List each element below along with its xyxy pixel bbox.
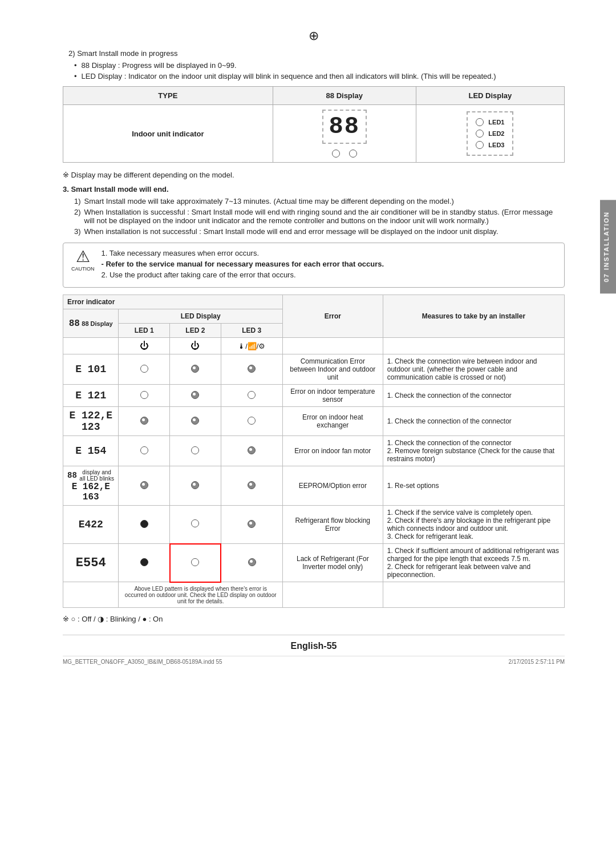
page-number: English-55 [63, 635, 565, 651]
error-code-cell: E422 [63, 506, 119, 544]
measures-cell: 1. Check if the service valve is complet… [383, 506, 564, 544]
led1-cell [119, 506, 170, 544]
led3-cell [221, 436, 282, 466]
88display-col-header: 88 Display [273, 87, 416, 105]
error-code-cell: E 121 [63, 385, 119, 407]
bullet1: 88 Display : Progress will be displayed … [74, 61, 565, 70]
led2-cell [170, 354, 221, 385]
led1-cell [119, 385, 170, 407]
step2-label: 2) Smart Install mode in progress [68, 49, 565, 58]
step3-sub2: 2) When Installation is successful : Sma… [74, 208, 565, 225]
measures-cell: 1. Check the connection of the connector [383, 407, 564, 436]
error-code-cell: E 122,E 123 [63, 407, 119, 436]
caution-label: CAUTION [71, 266, 95, 272]
step3-sub3: 3) When installation is not successful :… [74, 227, 565, 236]
step3-label: 3. Smart Install mode will end. [63, 185, 169, 193]
led3-cell [221, 544, 282, 582]
led1-col-header: LED 1 [119, 324, 170, 338]
led3-col-header: LED 3 [221, 324, 282, 338]
side-tab-installation: 07 INSTALLATION [600, 200, 616, 293]
error-desc-cell: Error on indoor fan motor [282, 436, 383, 466]
error-desc-cell: Refrigerant flow blocking Error [282, 506, 383, 544]
measures-cell: 1. Check the connection wire between ind… [383, 354, 564, 385]
indoor-unit-label: Indoor unit indicator [63, 105, 273, 163]
table-row: 88display and all LED blinksE 162,E 163E… [63, 466, 565, 506]
led3-icon: 🌡/📶/⚙ [221, 338, 282, 354]
step3-sub1: 1) Smart Install mode will take approxim… [74, 197, 565, 205]
table-row: E554Lack of Refrigerant (For Inverter mo… [63, 544, 565, 582]
table-row: E 121Error on indoor temperature sensor1… [63, 385, 565, 407]
measures-cell: 1. Re-set options [383, 466, 564, 506]
led2-col-header: LED 2 [170, 324, 221, 338]
caution-icon: ⚠ [76, 249, 90, 265]
table-row: E 101Communication Error between Indoor … [63, 354, 565, 385]
error-desc-cell: EEPROM/Option error [282, 466, 383, 506]
bullet2: LED Display : Indicator on the indoor un… [74, 72, 565, 80]
measures-cell: 1. Check the connection of the connector [383, 385, 564, 407]
led1-icon: ⏻ [119, 338, 170, 354]
led2-label: LED2 [488, 130, 504, 137]
led2-icon: ⏻ [170, 338, 221, 354]
led2-cell [170, 544, 221, 582]
step3-section: 3. Smart Install mode will end. 1) Smart… [63, 185, 565, 236]
led-display-col-header: LED Display [416, 87, 564, 105]
led-display-cell: LED1 LED2 LED3 [416, 105, 564, 163]
led2-cell [170, 407, 221, 436]
led2-cell [170, 385, 221, 407]
doc-footer-right: 2/17/2015 2:57:11 PM [509, 659, 565, 665]
led1-cell [119, 544, 170, 582]
legend: ※ ○ : Off / ◑ : Blinking / ● : On [63, 615, 565, 623]
error-code-cell: 88display and all LED blinksE 162,E 163 [63, 466, 119, 506]
led3-cell [221, 506, 282, 544]
led3-cell [221, 407, 282, 436]
error-desc-cell: Error on indoor heat exchanger [282, 407, 383, 436]
compass-mark: ⊕ [63, 29, 565, 43]
led1-label: LED1 [488, 119, 504, 126]
display-type-table: TYPE 88 Display LED Display Indoor unit … [63, 86, 565, 163]
doc-footer: MG_BETTER_ON&OFF_A3050_IB&IM_DB68-05189A… [63, 656, 565, 665]
led1-cell [119, 407, 170, 436]
caution-line2: - Refer to the service manual for necess… [102, 260, 557, 268]
led-display-header: LED Display [119, 309, 282, 324]
error-desc-cell: Communication Error between Indoor and o… [282, 354, 383, 385]
measures-cell: 1. Check the connection of the connector… [383, 436, 564, 466]
88display-cell: 88 [273, 105, 416, 163]
table-row: E 154Error on indoor fan motor1. Check t… [63, 436, 565, 466]
caution-box: ⚠ CAUTION 1. Take necessary measures whe… [63, 243, 565, 288]
error-desc-cell: Error on indoor temperature sensor [282, 385, 383, 407]
led3-cell [221, 385, 282, 407]
caution-line1: 1. Take necessary measures when error oc… [102, 249, 557, 257]
88display-col: 88 88 Display [63, 309, 119, 338]
footnote-model: ※ Display may be different depending on … [63, 171, 565, 179]
error-code-cell: E554 [63, 544, 119, 582]
led2-cell [170, 466, 221, 506]
error-indicator-table: Error indicator Error Measures to take b… [63, 295, 565, 608]
led2-cell [170, 436, 221, 466]
led1-cell [119, 466, 170, 506]
led1-cell [119, 436, 170, 466]
caution-line3: 2. Use the product after taking care of … [102, 271, 557, 279]
table-row: E 122,E 123Error on indoor heat exchange… [63, 407, 565, 436]
table-row: E422Refrigerant flow blocking Error1. Ch… [63, 506, 565, 544]
led1-cell [119, 354, 170, 385]
led3-label: LED3 [488, 142, 504, 148]
measures-col-header: Measures to take by an installer [383, 295, 564, 338]
led2-cell [170, 506, 221, 544]
error-desc-cell: Lack of Refrigerant (For Inverter model … [282, 544, 383, 582]
error-code-cell: E 154 [63, 436, 119, 466]
error-code-cell: E 101 [63, 354, 119, 385]
type-col-header: TYPE [63, 87, 273, 105]
led3-cell [221, 354, 282, 385]
measures-cell: 1. Check if sufficient amount of additio… [383, 544, 564, 582]
error-col-header: Error [282, 295, 383, 338]
caution-content: 1. Take necessary measures when error oc… [102, 249, 557, 281]
error-indicator-header: Error indicator [63, 295, 283, 309]
led3-cell [221, 466, 282, 506]
doc-footer-left: MG_BETTER_ON&OFF_A3050_IB&IM_DB68-05189A… [63, 659, 222, 665]
sub-note-row: Above LED pattern is displayed when ther… [63, 582, 565, 608]
